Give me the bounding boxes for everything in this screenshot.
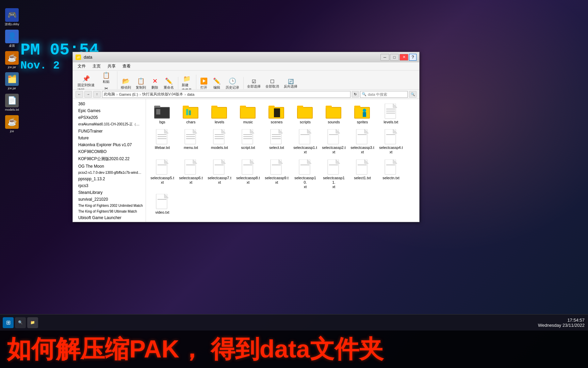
desktop-icon-2[interactable]: 👤 桌面	[3, 28, 21, 49]
file-selectcassp6[interactable]: selectcassp6.txt	[177, 158, 205, 191]
sidebar-item-kof98[interactable]: The King of Fighters'98 Ultimate Match	[73, 209, 146, 214]
folder-scripts[interactable]: scripts	[292, 102, 319, 126]
sidebar-item-ubisoft[interactable]: Ubisoft Game Launcher	[73, 214, 146, 221]
start-button[interactable]: ⊞	[3, 317, 14, 328]
sidebar-item-fung[interactable]: FUNGTrainer	[73, 128, 146, 135]
sidebar-item-future[interactable]: future	[73, 135, 146, 141]
path-game-folder[interactable]: 快打嵐风炫铁版V.04版本	[142, 92, 183, 97]
sidebar-item-pcsx2[interactable]: pcsx2-v1.7.0-dev-1300-gfbffa1c7b-windows…	[73, 170, 146, 175]
sidebar-item-epic[interactable]: Epic Games	[73, 107, 146, 114]
file-lifebar-txt[interactable]: lifebar.txt	[149, 127, 176, 156]
window-controls: ─ □ ✕ ?	[380, 54, 416, 61]
desktop-icon-1[interactable]: 🎮 游戏Lobby	[3, 7, 21, 28]
path-games[interactable]: Games (E:)	[119, 92, 138, 96]
taskbar-search[interactable]: 🔍	[15, 317, 26, 328]
sidebar-item-rpcs3[interactable]: rpcs3	[73, 182, 146, 189]
sidebar-item-360[interactable]: 360	[73, 101, 146, 107]
folder-chars[interactable]: chars	[177, 102, 205, 126]
file-levels-label: levels.txt	[384, 120, 398, 124]
file-script-txt[interactable]: script.txt	[234, 127, 262, 156]
select-all-btn[interactable]: ☑ 全部选择	[245, 78, 263, 90]
file-selectcassp4[interactable]: selectcassp4.txt	[377, 127, 405, 156]
sidebar-item-ppsspp[interactable]: ppsspp_1.13.2	[73, 175, 146, 182]
history-btn[interactable]: 🕒 历史记录	[224, 77, 241, 91]
file-selectcassp11[interactable]: selectcassp11.xt	[320, 158, 347, 191]
sidebar-item-steam[interactable]: SteamLibrary	[73, 189, 146, 196]
move-to-btn[interactable]: 📂 移动到	[119, 77, 133, 91]
file-select-txt[interactable]: select.txt	[263, 127, 290, 156]
up-button[interactable]: ↑	[93, 91, 101, 98]
icon-img-5: 📄	[5, 94, 19, 107]
icon-label-5: models.txt	[5, 108, 19, 112]
sidebar-item-survival[interactable]: survival_221020	[73, 196, 146, 203]
taskbar-clock: 17:54:57 Wednesday 23/11/2022	[538, 318, 585, 328]
sidebar-item-kof98cp[interactable]: KOF98CP公测版2020.02.22	[73, 155, 146, 163]
folder-sprites[interactable]: sprites	[349, 102, 376, 126]
sidebar-item-kof98combo[interactable]: KOF98COMBO	[73, 148, 146, 155]
folder-music[interactable]: music	[234, 102, 262, 126]
search-button[interactable]: 🔍	[409, 91, 416, 98]
file-selectcassp2[interactable]: selectcassp2.txt	[320, 127, 347, 156]
paste-btn[interactable]: 📋 粘贴	[97, 71, 115, 85]
sidebar-item-kof2002[interactable]: The King of Fighters 2002 Unlimited Matc…	[73, 203, 146, 209]
menu-view[interactable]: 查看	[119, 63, 134, 70]
folder-sprites-label: sprites	[357, 120, 368, 124]
taskbar-file-explorer[interactable]: 📁	[27, 317, 38, 328]
search-input[interactable]	[368, 92, 406, 96]
file-levels-txt[interactable]: levels.txt	[377, 102, 405, 126]
desktop-icon-6[interactable]: ☕ jce	[3, 114, 21, 135]
copy-to-btn[interactable]: 📋 复制到	[134, 77, 148, 91]
folder-levels[interactable]: levels	[206, 102, 233, 126]
minimize-button[interactable]: ─	[380, 54, 389, 61]
svg-rect-24	[326, 108, 341, 118]
folder-music-label: music	[243, 120, 253, 124]
delete-btn[interactable]: ✕ 删除	[149, 77, 161, 91]
deselect-all-btn[interactable]: ☐ 全部取消	[263, 78, 281, 90]
menu-file[interactable]: 文件	[74, 63, 89, 70]
back-button[interactable]: ←	[76, 91, 83, 98]
file-selectcassp7[interactable]: selectcassp7.txt	[206, 158, 233, 191]
menu-home[interactable]: 主页	[89, 63, 104, 70]
folder-scenes-label: scenes	[271, 120, 283, 124]
rename-btn[interactable]: ✏️ 重命名	[162, 77, 176, 91]
sidebar-item-epsxe[interactable]: ePSXe205	[73, 114, 146, 121]
file-select1[interactable]: select1.txt	[349, 158, 376, 191]
icon-label-1: 游戏Lobby	[5, 22, 19, 26]
desktop-icon-5[interactable]: 📄 models.txt	[3, 92, 21, 113]
invert-select-btn[interactable]: 🔄 反向选择	[282, 78, 299, 90]
help-button[interactable]: ?	[409, 54, 416, 61]
file-select-label: select.txt	[269, 145, 284, 150]
file-selectcassp8[interactable]: selectcassp8.txt	[234, 158, 262, 191]
open-btn[interactable]: ▶️ 打开	[198, 77, 210, 91]
sidebar-item-era[interactable]: eraAkumaMaid0.101-CH-200125-正（春节贺岁版）	[73, 121, 146, 128]
file-selectcassp9[interactable]: selectcassp9.txt	[263, 158, 290, 191]
address-path[interactable]: 此电脑 › Games (E:) › 快打嵐风炫铁版V.04版本 › data	[102, 91, 350, 98]
forward-button[interactable]: →	[84, 91, 92, 98]
file-selectcassp5[interactable]: selectcassp5.txt	[149, 158, 176, 191]
file-selectcassp3[interactable]: selectcassp3.txt	[349, 127, 376, 156]
menu-share[interactable]: 共享	[104, 63, 119, 70]
sidebar-item-wot[interactable]: World_of_Tanks_CN	[73, 221, 146, 222]
sidebar-item-hakon[interactable]: Hakonlva Explorer Plus v1.07	[73, 141, 146, 148]
folder-bgs[interactable]: bgs	[149, 102, 176, 126]
desktop-icons: 🎮 游戏Lobby 👤 桌面 ☕ jce.jar 🗂️ jce.jar 📄 mo…	[3, 7, 21, 135]
file-selectcassp1[interactable]: selectcassp1.txt	[292, 127, 319, 156]
desktop-icon-4[interactable]: 🗂️ jce.jar	[3, 71, 21, 92]
folder-scenes[interactable]: scenes	[263, 102, 290, 126]
folder-sounds-label: sounds	[328, 120, 340, 124]
edit-btn[interactable]: ✏️ 编辑	[211, 77, 223, 91]
file-menu-txt[interactable]: menu.txt	[177, 127, 205, 156]
maximize-button[interactable]: □	[390, 54, 399, 61]
close-button[interactable]: ✕	[399, 54, 408, 61]
sidebar-item-og[interactable]: OG The Moon	[73, 163, 146, 170]
folder-sounds[interactable]: sounds	[320, 102, 347, 126]
file-selectcassp10[interactable]: selectcassp10.xt	[292, 158, 319, 191]
file-models-txt[interactable]: models.txt	[206, 127, 233, 156]
path-data[interactable]: data	[187, 92, 194, 96]
refresh-button[interactable]: ↻	[352, 91, 359, 98]
desktop-icon-3[interactable]: ☕ jce.jar	[3, 50, 21, 71]
file-video[interactable]: video.txt	[149, 192, 176, 216]
file-selectn[interactable]: selectn.txt	[377, 158, 405, 191]
path-computer[interactable]: 此电脑	[104, 92, 115, 97]
folder-bgs-label: bgs	[159, 120, 165, 124]
